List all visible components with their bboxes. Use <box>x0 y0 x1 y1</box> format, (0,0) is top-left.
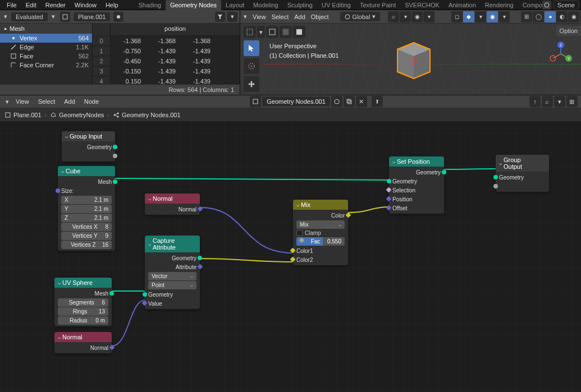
node-normal-2[interactable]: Normal Normal <box>54 332 112 353</box>
node-header[interactable]: UV Sphere <box>54 278 112 288</box>
nodegroup-shield-icon[interactable] <box>331 96 342 107</box>
gizmo-dropdown-icon[interactable]: ▾ <box>475 11 486 22</box>
selectability-icon-2[interactable] <box>280 26 292 38</box>
select-box-icon[interactable] <box>244 26 256 38</box>
tab-rendering[interactable]: Rendering <box>481 0 518 10</box>
navigation-gizmo[interactable]: Z Y <box>548 41 573 66</box>
editor-type-icon[interactable]: ▾ <box>2 13 9 20</box>
domain-dropdown[interactable]: Point <box>148 281 196 289</box>
rings-field[interactable]: Rings13 <box>58 307 108 316</box>
socket-offset-in[interactable]: Offset <box>389 204 444 213</box>
breadcrumb-modifier[interactable]: GeometryNodes <box>50 112 104 118</box>
node-menu-view[interactable]: View <box>11 98 34 105</box>
node-canvas[interactable]: Group Input Geometry Cube Mesh Size: X2.… <box>0 122 581 392</box>
socket-geometry-in[interactable]: Geometry <box>389 177 444 186</box>
socket-attribute-out[interactable]: Attribute <box>145 262 200 271</box>
nodegroup-duplicate-icon[interactable] <box>344 96 355 107</box>
socket-color1-in[interactable]: Color1 <box>293 246 348 255</box>
3d-viewport[interactable]: ▾ View Select Add Object Global ▾ ⌕ ▾ ◉ … <box>240 10 581 95</box>
tab-sverchok[interactable]: SVERCHOK <box>400 0 444 10</box>
overlay-visibility-icon[interactable]: ◻ <box>451 11 463 22</box>
socket-empty-out[interactable] <box>62 151 115 160</box>
column-position[interactable]: position <box>111 24 240 36</box>
select-tool[interactable] <box>244 40 259 56</box>
socket-geometry-out[interactable]: Geometry <box>145 253 200 262</box>
node-header[interactable]: Group Input <box>62 131 115 141</box>
socket-geometry-in[interactable]: Geometry <box>496 173 549 182</box>
node-mix[interactable]: Mix Color Mix Clamp Fac0.550 Color1 Colo… <box>293 200 348 265</box>
node-normal-1[interactable]: Normal Normal <box>145 193 200 215</box>
socket-selection-in[interactable]: Selection <box>389 186 444 195</box>
menu-window[interactable]: Window <box>70 1 101 10</box>
breadcrumb-object[interactable]: Plane.001 <box>4 112 42 118</box>
node-header[interactable]: Normal <box>145 193 200 204</box>
menu-help[interactable]: Help <box>101 1 123 10</box>
scene-name[interactable]: Scene <box>553 1 579 10</box>
domain-edge[interactable]: Edge 1.1K <box>0 43 92 52</box>
socket-position-in[interactable]: Position <box>389 195 444 204</box>
node-header[interactable]: Mix <box>293 200 348 210</box>
spreadsheet-table[interactable]: position 0-1.368-1.368-1.368 1-0.750-1.4… <box>93 24 240 84</box>
segments-field[interactable]: Segments6 <box>58 298 108 307</box>
overlay-node-icon[interactable]: ⊞ <box>566 96 578 107</box>
node-editor-type-icon[interactable]: ▾ <box>3 98 11 105</box>
node-menu-select[interactable]: Select <box>34 98 60 105</box>
viewport-menu-select[interactable]: Select <box>272 13 289 20</box>
node-group-input[interactable]: Group Input Geometry <box>62 131 115 162</box>
table-row[interactable]: 1-0.750-1.439-1.439 <box>93 46 240 56</box>
node-header[interactable]: Capture Attribute <box>145 236 200 252</box>
tab-sculpting[interactable]: Sculpting <box>283 0 317 10</box>
snap-node-dropdown-icon[interactable]: ▾ <box>554 96 565 107</box>
socket-color-out[interactable]: Color <box>293 211 348 220</box>
socket-geometry-out[interactable]: Geometry <box>389 168 444 177</box>
overlay-toggle-icon[interactable]: ◉ <box>487 11 498 22</box>
vertices-z-field[interactable]: Vertices Z16 <box>61 241 112 249</box>
shading-wireframe-icon[interactable]: ◯ <box>533 11 544 22</box>
filter-toggle[interactable]: ▾ <box>227 12 237 22</box>
selectability-icon[interactable] <box>266 26 278 38</box>
spreadsheet-object-name[interactable]: Plane.001 <box>74 12 111 21</box>
viewport-menu-add[interactable]: Add <box>294 13 305 20</box>
orientation-dropdown[interactable]: Global ▾ <box>340 12 381 21</box>
node-set-position[interactable]: Set Position Geometry Geometry Selection… <box>389 156 444 214</box>
socket-color2-in[interactable]: Color2 <box>293 255 348 264</box>
node-header[interactable]: Normal <box>54 332 112 342</box>
socket-geometry-in[interactable]: Geometry <box>145 290 200 299</box>
viewport-editor-type[interactable]: ▾ <box>244 13 247 20</box>
scene-selector[interactable]: Scene <box>542 1 579 10</box>
table-row[interactable]: 3-0.150-1.439-1.439 <box>93 66 240 76</box>
node-header[interactable]: Set Position <box>389 156 444 167</box>
move-tool[interactable] <box>244 76 259 92</box>
vertices-x-field[interactable]: Vertices X8 <box>61 223 112 231</box>
nodegroup-name[interactable]: Geometry Nodes.001 <box>262 96 330 107</box>
tab-uv-editing[interactable]: UV Editing <box>317 0 355 10</box>
socket-normal-out[interactable]: Normal <box>54 343 112 352</box>
tab-shading[interactable]: Shading <box>134 0 166 10</box>
menu-render[interactable]: Render <box>41 1 70 10</box>
breadcrumb-nodegroup[interactable]: Geometry Nodes.001 <box>113 112 181 118</box>
viewport-options-tab[interactable]: Option <box>556 26 581 36</box>
tab-texture-paint[interactable]: Texture Paint <box>355 0 400 10</box>
socket-normal-out[interactable]: Normal <box>145 205 200 214</box>
overlay-dropdown-icon[interactable]: ▾ <box>498 11 510 22</box>
nodegroup-browse-icon[interactable] <box>250 96 261 107</box>
shading-solid-icon[interactable]: ● <box>545 11 556 22</box>
domain-group-mesh[interactable]: Mesh <box>0 24 92 34</box>
menu-edit[interactable]: Edit <box>21 1 41 10</box>
node-menu-node[interactable]: Node <box>80 98 103 105</box>
domain-vertex[interactable]: Vertex 564 <box>0 34 92 43</box>
domain-face[interactable]: Face 562 <box>0 52 92 61</box>
tab-geometry-nodes[interactable]: Geometry Nodes <box>166 0 221 10</box>
filter-icon[interactable] <box>215 12 225 22</box>
node-uv-sphere[interactable]: UV Sphere Mesh Segments6 Rings13 Radius0… <box>54 278 112 326</box>
size-x-field[interactable]: X2.1 m <box>61 196 112 204</box>
table-row[interactable]: 2-0.450-1.439-1.439 <box>93 56 240 66</box>
clamp-checkbox[interactable]: Clamp <box>293 229 348 237</box>
vertices-y-field[interactable]: Vertices Y9 <box>61 232 112 240</box>
viewport-menu-object[interactable]: Object <box>311 13 329 20</box>
nodegroup-pin-icon[interactable] <box>372 96 383 107</box>
socket-value-in[interactable]: Value <box>145 299 200 308</box>
tab-animation[interactable]: Animation <box>444 0 481 10</box>
socket-geometry-out[interactable]: Geometry <box>62 142 115 151</box>
fac-slider[interactable]: Fac0.550 <box>296 237 345 246</box>
